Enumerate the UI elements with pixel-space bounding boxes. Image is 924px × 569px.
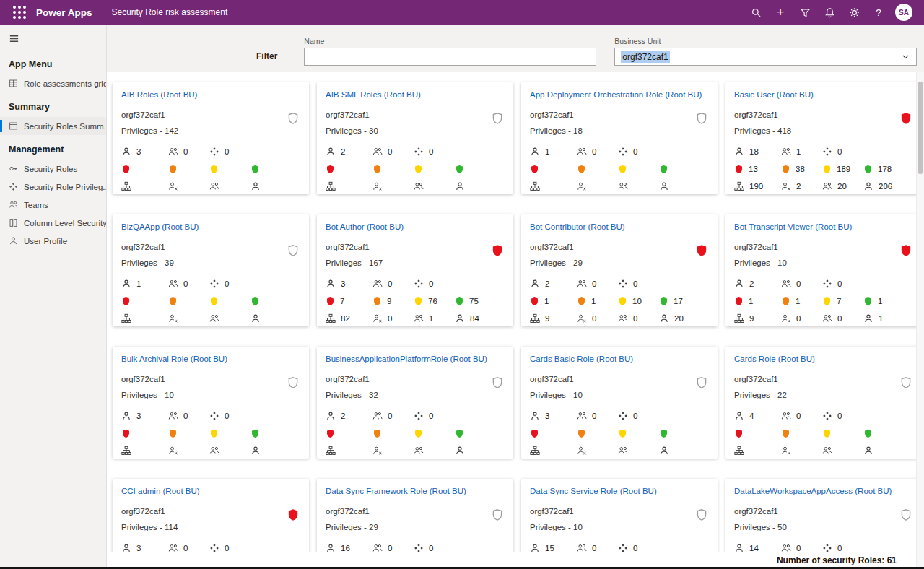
sidebar-item-teams[interactable]: Teams bbox=[0, 196, 106, 214]
user-scope-count: 1 bbox=[879, 314, 883, 323]
card-stats-row: 15 0 0 bbox=[530, 539, 709, 552]
notifications-button[interactable] bbox=[817, 0, 842, 25]
card-title-link[interactable]: Bulk Archival Role (Root BU) bbox=[121, 354, 300, 364]
privilege-count: 0 bbox=[633, 412, 637, 420]
team-scope-icon bbox=[209, 313, 219, 323]
team-icon bbox=[577, 543, 587, 552]
create-button[interactable]: + bbox=[768, 0, 793, 25]
team-count: 0 bbox=[592, 279, 596, 288]
sidebar-item-label: User Profile bbox=[24, 237, 67, 246]
sidebar-item-role-assessments-grid[interactable]: Role assessments grid bbox=[0, 74, 106, 92]
critical-risk-shield-icon bbox=[734, 297, 744, 306]
card-privileges-text: Privileges - 114 bbox=[121, 522, 300, 532]
person-x-scope-icon bbox=[577, 446, 587, 456]
risk-shield-outline-icon bbox=[491, 112, 504, 125]
card-scope-row bbox=[121, 442, 300, 459]
user-count: 2 bbox=[749, 279, 754, 288]
low-risk-count: 1 bbox=[878, 297, 882, 305]
critical-risk-shield-icon bbox=[530, 165, 539, 174]
privilege-count: 0 bbox=[837, 412, 842, 420]
card-title-link[interactable]: BizQAApp (Root BU) bbox=[121, 222, 300, 232]
sidebar-item-security-role-privileges[interactable]: Security Role Privileg... bbox=[0, 178, 106, 196]
privilege-count: 0 bbox=[429, 147, 433, 156]
user-avatar[interactable]: SA bbox=[895, 4, 912, 21]
business-unit-dropdown[interactable]: orgf372caf1 bbox=[614, 48, 917, 66]
card-org-name: orgf372caf1 bbox=[530, 506, 709, 516]
low-risk-count: 75 bbox=[469, 297, 479, 305]
vertical-scrollbar[interactable] bbox=[916, 72, 924, 569]
sidebar-item-security-roles[interactable]: Security Roles bbox=[0, 160, 106, 178]
card-org-name: orgf372caf1 bbox=[326, 242, 505, 252]
card-title-link[interactable]: App Deployment Orchestration Role (Root … bbox=[530, 90, 709, 100]
team-icon bbox=[577, 411, 587, 421]
low-risk-shield-icon bbox=[455, 297, 464, 306]
card-title-link[interactable]: BusinessApplicationPlatformRole (Root BU… bbox=[326, 354, 505, 364]
security-role-card: AIB SML Roles (Root BU) orgf372caf1 Priv… bbox=[317, 82, 513, 194]
user-count: 3 bbox=[136, 147, 141, 156]
team-count: 0 bbox=[388, 147, 392, 156]
card-risk-shields-row bbox=[121, 425, 300, 442]
app-launcher-waffle-icon[interactable] bbox=[4, 0, 35, 25]
team-icon bbox=[577, 279, 587, 289]
sidebar-item-column-level-security[interactable]: Column Level Security bbox=[0, 214, 106, 232]
person-x-scope-icon bbox=[372, 181, 383, 191]
team-count: 1 bbox=[796, 147, 801, 156]
critical-risk-count: 7 bbox=[340, 297, 344, 305]
card-title-link[interactable]: AIB SML Roles (Root BU) bbox=[326, 90, 505, 100]
scrollbar-thumb[interactable] bbox=[918, 82, 923, 174]
card-title-link[interactable]: Bot Author (Root BU) bbox=[326, 222, 505, 232]
card-title-link[interactable]: Bot Transcript Viewer (Root BU) bbox=[734, 222, 913, 232]
user-count: 1 bbox=[545, 147, 549, 156]
card-title-link[interactable]: Cards Basic Role (Root BU) bbox=[530, 354, 709, 364]
team-count: 0 bbox=[183, 279, 188, 288]
medium-risk-shield-icon bbox=[414, 429, 423, 438]
filter-button[interactable] bbox=[793, 0, 817, 25]
risk-shield-outline-icon bbox=[899, 376, 912, 389]
medium-risk-shield-icon bbox=[822, 165, 832, 174]
medium-risk-shield-icon bbox=[209, 297, 219, 306]
risk-shield-outline-icon bbox=[287, 376, 300, 389]
user-count: 4 bbox=[749, 412, 754, 420]
team-scope-icon bbox=[618, 313, 628, 323]
team-scope-icon bbox=[209, 181, 219, 191]
settings-button[interactable] bbox=[842, 0, 866, 25]
card-title-link[interactable]: Basic User (Root BU) bbox=[734, 90, 913, 100]
privilege-count: 0 bbox=[429, 544, 433, 552]
privilege-diamonds-icon bbox=[822, 411, 832, 421]
user-icon bbox=[530, 279, 540, 289]
powerapps-brand[interactable]: Power Apps bbox=[36, 7, 92, 18]
card-title-link[interactable]: Cards Role (Root BU) bbox=[734, 354, 913, 364]
search-button[interactable] bbox=[744, 0, 768, 25]
card-org-name: orgf372caf1 bbox=[121, 506, 300, 516]
low-risk-shield-icon bbox=[250, 429, 260, 438]
card-stats-row: 3 0 0 bbox=[121, 539, 300, 552]
security-role-card: AIB Roles (Root BU) orgf372caf1 Privileg… bbox=[113, 82, 309, 194]
org-scope-icon bbox=[530, 313, 540, 323]
sidebar-item-security-roles-summary[interactable]: Security Roles Summ... bbox=[0, 117, 106, 135]
card-title-link[interactable]: Bot Contributor (Root BU) bbox=[530, 222, 709, 232]
org-scope-count: 82 bbox=[341, 314, 350, 323]
hamburger-menu-button[interactable] bbox=[0, 27, 106, 50]
person-x-scope-count: 0 bbox=[796, 314, 801, 323]
card-title-link[interactable]: DataLakeWorkspaceAppAccess (Root BU) bbox=[734, 486, 913, 496]
user-icon bbox=[121, 411, 131, 421]
card-title-link[interactable]: Data Sync Service Role (Root BU) bbox=[530, 486, 709, 496]
team-icon bbox=[372, 543, 383, 552]
name-input[interactable] bbox=[304, 48, 596, 66]
critical-risk-shield-icon bbox=[734, 165, 744, 174]
card-title-link[interactable]: CCI admin (Root BU) bbox=[121, 486, 300, 496]
high-risk-shield-icon bbox=[577, 429, 586, 438]
card-title-link[interactable]: AIB Roles (Root BU) bbox=[121, 90, 300, 100]
card-title-link[interactable]: Data Sync Framework Role (Root BU) bbox=[326, 486, 505, 496]
high-risk-count: 38 bbox=[796, 165, 805, 173]
person-x-scope-icon bbox=[781, 446, 791, 456]
help-button[interactable]: ? bbox=[866, 0, 891, 25]
high-risk-shield-icon bbox=[168, 297, 178, 306]
person-x-scope-icon bbox=[372, 446, 383, 456]
sidebar-item-user-profile[interactable]: User Profile bbox=[0, 232, 106, 250]
critical-risk-shield-icon bbox=[734, 429, 744, 438]
card-risk-shields-row bbox=[326, 425, 505, 442]
user-scope-count: 206 bbox=[879, 182, 892, 191]
team-count: 0 bbox=[183, 544, 188, 552]
card-scope-row bbox=[530, 442, 709, 459]
